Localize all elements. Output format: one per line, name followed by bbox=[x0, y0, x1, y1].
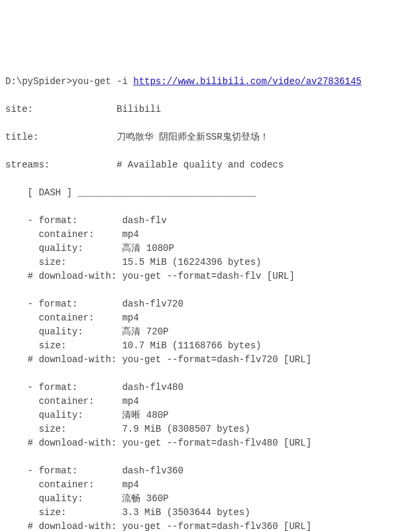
video-url[interactable]: https://www.bilibili.com/video/av2783614… bbox=[133, 76, 361, 87]
stream-quality: quality: 清晰 480P bbox=[5, 409, 415, 422]
prompt: D:\pySpider> bbox=[5, 76, 72, 87]
terminal-output: D:\pySpider>you-get -i https://www.bilib… bbox=[5, 61, 415, 531]
streams-label: streams: bbox=[5, 160, 50, 170]
stream-download-with: # download-with: you-get --format=dash-f… bbox=[5, 269, 415, 283]
title-label: title: bbox=[5, 132, 38, 142]
stream-format: - format: dash-flv720 bbox=[5, 297, 415, 311]
blank-line bbox=[5, 283, 415, 297]
site-value: Bilibili bbox=[117, 104, 161, 115]
stream-size: size: 15.5 MiB (16224396 bytes) bbox=[5, 256, 415, 269]
dash-header: [ DASH ] _______________________________… bbox=[5, 186, 415, 200]
stream-container: container: mp4 bbox=[5, 311, 415, 325]
stream-download-with: # download-with: you-get --format=dash-f… bbox=[5, 436, 415, 450]
stream-container: container: mp4 bbox=[5, 228, 415, 242]
stream-size: size: 10.7 MiB (11168766 bytes) bbox=[5, 339, 415, 353]
streams-line: streams: # Available quality and codecs bbox=[5, 158, 415, 172]
title-line: title: 刀鸣散华 阴阳师全新SSR鬼切登场！ bbox=[5, 130, 415, 144]
stream-format: - format: dash-flv480 bbox=[5, 381, 415, 395]
blank-line bbox=[5, 367, 415, 381]
stream-download-with: # download-with: you-get --format=dash-f… bbox=[5, 520, 415, 531]
command-line: D:\pySpider>you-get -i https://www.bilib… bbox=[5, 75, 415, 89]
stream-format: - format: dash-flv360 bbox=[5, 464, 415, 478]
dash-streams: - format: dash-flv container: mp4 qualit… bbox=[5, 214, 415, 531]
stream-container: container: mp4 bbox=[5, 478, 415, 492]
title-value: 刀鸣散华 阴阳师全新SSR鬼切登场！ bbox=[117, 132, 269, 142]
site-line: site: Bilibili bbox=[5, 103, 415, 117]
streams-value: # Available quality and codecs bbox=[117, 160, 284, 170]
stream-quality: quality: 高清 1080P bbox=[5, 242, 415, 256]
stream-size: size: 3.3 MiB (3503644 bytes) bbox=[5, 506, 415, 520]
stream-container: container: mp4 bbox=[5, 395, 415, 409]
stream-download-with: # download-with: you-get --format=dash-f… bbox=[5, 353, 415, 367]
stream-size: size: 7.9 MiB (8308507 bytes) bbox=[5, 422, 415, 436]
stream-format: - format: dash-flv bbox=[5, 214, 415, 228]
site-label: site: bbox=[5, 104, 33, 115]
blank-line bbox=[5, 450, 415, 464]
stream-quality: quality: 高清 720P bbox=[5, 325, 415, 339]
stream-quality: quality: 流畅 360P bbox=[5, 492, 415, 506]
command: you-get -i bbox=[72, 76, 133, 87]
